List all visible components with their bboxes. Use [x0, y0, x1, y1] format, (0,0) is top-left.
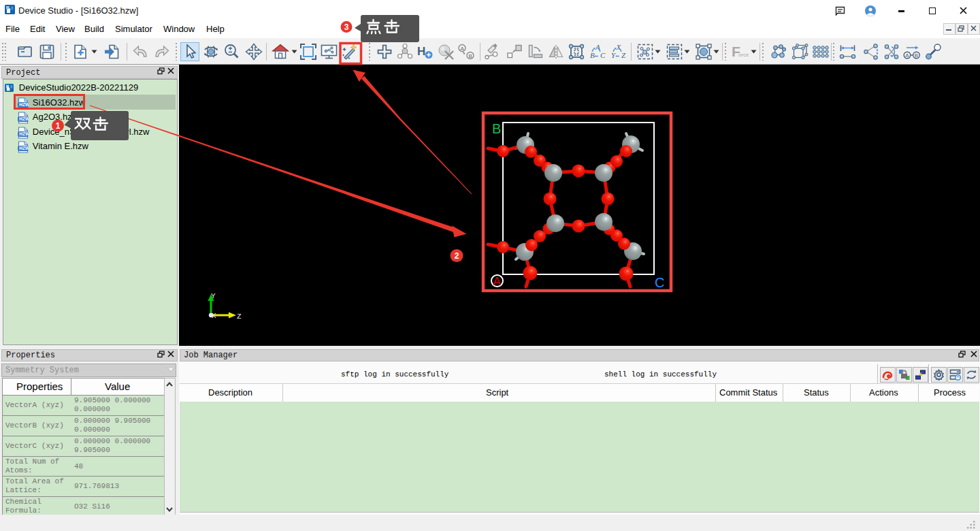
svg-text:2: 2: [455, 251, 459, 261]
svg-text:1: 1: [56, 121, 61, 131]
svg-text:3: 3: [344, 22, 349, 32]
